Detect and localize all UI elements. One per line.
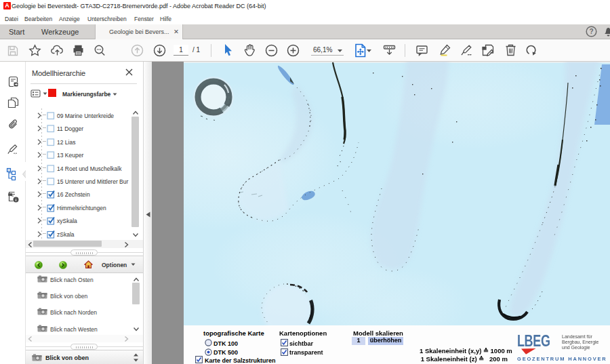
svg-text:?: ?	[589, 28, 593, 35]
